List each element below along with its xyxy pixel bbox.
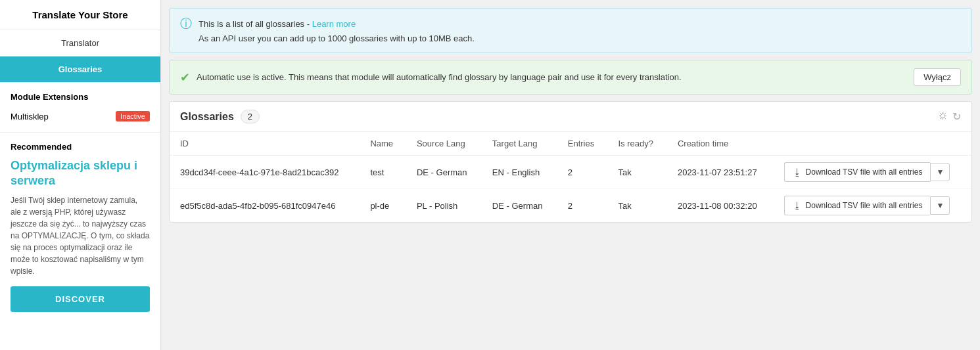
recommended-section: Recommended Optymalizacja sklepu i serwe…	[0, 133, 160, 350]
glossaries-header: Glossaries 2 ⛭ ↻	[170, 102, 971, 132]
multisklep-row: Multisklep Inactive	[11, 108, 150, 128]
cell-target-lang: EN - English	[482, 156, 557, 189]
glossaries-section: Glossaries 2 ⛭ ↻ ID Name Source Lang Tar…	[169, 101, 972, 223]
cell-creation-time: 2023-11-07 23:51:27	[667, 156, 774, 189]
cell-source-lang: DE - German	[406, 156, 482, 189]
cell-is-ready: Tak	[607, 189, 666, 223]
col-name: Name	[360, 132, 406, 156]
glossaries-count: 2	[241, 110, 260, 123]
recommended-heading: Recommended	[11, 142, 150, 152]
glossaries-tbody: 39dcd34f-ceee-4a1c-971e-8ad21bcac392test…	[170, 156, 971, 223]
success-text: Automatic use is active. This means that…	[197, 72, 907, 82]
cell-name: pl-de	[360, 189, 406, 223]
cell-id: ed5f5c8d-ada5-4fb2-b095-681fc0947e46	[170, 189, 360, 223]
col-id: ID	[170, 132, 360, 156]
learn-more-link[interactable]: Learn more	[312, 19, 356, 29]
info-text: This is a list of all glossaries - Learn…	[198, 19, 356, 29]
cell-entries: 2	[557, 156, 608, 189]
col-actions	[774, 132, 971, 156]
promo-text: Jeśli Twój sklep internetowy zamula, ale…	[11, 194, 150, 277]
promo-heading: Optymalizacja sklepu i serwera	[11, 158, 150, 189]
cell-creation-time: 2023-11-08 00:32:20	[667, 189, 774, 223]
download-btn-wrapper: ⭳ Download TSV file with all entries ▼	[784, 162, 961, 182]
download-label: Download TSV file with all entries	[806, 201, 923, 210]
glossaries-title: Glossaries	[180, 111, 234, 123]
cell-is-ready: Tak	[607, 156, 666, 189]
sidebar-item-glossaries[interactable]: Glossaries	[0, 56, 160, 83]
inactive-badge: Inactive	[116, 111, 150, 121]
cell-source-lang: PL - Polish	[406, 189, 482, 223]
module-extensions-section: Module Extensions Multisklep Inactive	[0, 83, 160, 133]
download-btn-wrapper: ⭳ Download TSV file with all entries ▼	[784, 196, 961, 215]
glossaries-title-row: Glossaries 2	[180, 110, 260, 123]
table-header-row: ID Name Source Lang Target Lang Entries …	[170, 132, 971, 156]
info-banner-row: ⓘ This is a list of all glossaries - Lea…	[180, 18, 961, 30]
download-label: Download TSV file with all entries	[806, 167, 923, 177]
header-icons: ⛭ ↻	[938, 110, 961, 123]
success-banner: ✔ Automatic use is active. This means th…	[169, 60, 972, 95]
download-dropdown-arrow[interactable]: ▼	[930, 163, 950, 181]
col-entries: Entries	[557, 132, 608, 156]
refresh-icon[interactable]: ↻	[952, 110, 961, 123]
cell-download: ⭳ Download TSV file with all entries ▼	[774, 189, 971, 223]
sidebar-item-translator[interactable]: Translator	[0, 30, 160, 56]
info-banner: ⓘ This is a list of all glossaries - Lea…	[169, 8, 972, 53]
download-tsv-button[interactable]: ⭳ Download TSV file with all entries	[784, 196, 931, 215]
settings-icon[interactable]: ⛭	[938, 110, 948, 123]
cell-target-lang: DE - German	[482, 189, 557, 223]
download-tsv-button[interactable]: ⭳ Download TSV file with all entries	[784, 162, 931, 182]
col-is-ready: Is ready?	[607, 132, 666, 156]
download-dropdown-arrow[interactable]: ▼	[930, 196, 950, 215]
table-row: ed5f5c8d-ada5-4fb2-b095-681fc0947e46pl-d…	[170, 189, 971, 223]
info-icon: ⓘ	[180, 18, 192, 30]
download-icon: ⭳	[793, 200, 802, 211]
table-row: 39dcd34f-ceee-4a1c-971e-8ad21bcac392test…	[170, 156, 971, 189]
cell-download: ⭳ Download TSV file with all entries ▼	[774, 156, 971, 189]
download-icon: ⭳	[793, 167, 802, 177]
success-icon: ✔	[180, 70, 190, 85]
col-target-lang: Target Lang	[482, 132, 557, 156]
cell-entries: 2	[557, 189, 608, 223]
module-extensions-heading: Module Extensions	[11, 92, 150, 102]
discover-button[interactable]: DISCOVER	[11, 286, 150, 312]
sidebar: Translate Your Store Translator Glossari…	[0, 0, 161, 350]
main-content: ⓘ This is a list of all glossaries - Lea…	[161, 0, 980, 350]
glossaries-table: ID Name Source Lang Target Lang Entries …	[170, 132, 971, 222]
col-creation-time: Creation time	[667, 132, 774, 156]
cell-id: 39dcd34f-ceee-4a1c-971e-8ad21bcac392	[170, 156, 360, 189]
col-source-lang: Source Lang	[406, 132, 482, 156]
multisklep-label: Multisklep	[11, 112, 49, 121]
info-subtext: As an API user you can add up to 1000 gl…	[198, 33, 961, 43]
wylacz-button[interactable]: Wyłącz	[914, 68, 961, 86]
cell-name: test	[360, 156, 406, 189]
sidebar-title: Translate Your Store	[0, 0, 160, 30]
